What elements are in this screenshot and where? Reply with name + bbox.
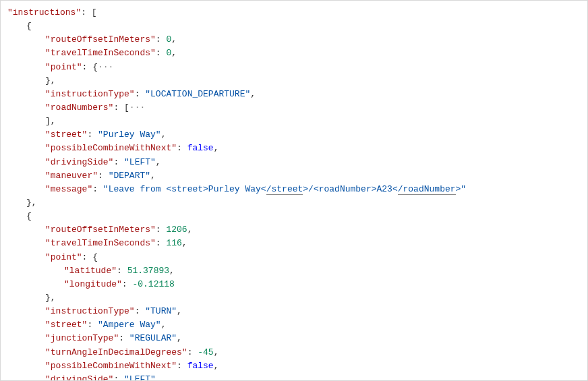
json-punct: }, (45, 293, 56, 303)
json-key: "drivingSide" (45, 374, 113, 381)
json-key: "maneuver" (45, 171, 98, 181)
json-punct: : { (82, 62, 98, 72)
json-string: "REGULAR" (129, 333, 177, 343)
json-key: "instructionType" (45, 89, 135, 99)
code-line: "instructionType": "TURN", (7, 305, 581, 318)
json-string: "Ampere Way" (98, 320, 161, 330)
json-punct: , (177, 306, 182, 316)
json-punct: : [ (81, 7, 96, 18)
json-punct: : { (82, 252, 98, 262)
code-line: "drivingSide": "LEFT", (7, 156, 581, 169)
code-line: "routeOffsetInMeters": 0, (7, 33, 581, 47)
json-key: "drivingSide" (45, 157, 113, 167)
json-punct: : (98, 171, 109, 181)
msg-part: "Leave from <street>Purley Way< (103, 184, 266, 194)
json-punct: }, (45, 76, 56, 86)
json-punct: }, (26, 198, 37, 208)
code-line: "street": "Purley Way", (7, 128, 581, 142)
json-punct: , (156, 374, 161, 381)
json-punct: : (135, 306, 146, 316)
json-number: -0.12118 (132, 279, 174, 289)
json-punct: : (87, 129, 98, 140)
json-key: "routeOffsetInMeters" (45, 225, 156, 235)
json-string: "LEFT" (124, 157, 156, 167)
json-punct: : (119, 333, 129, 343)
json-key: "routeOffsetInMeters" (45, 34, 156, 45)
json-string: "Leave from <street>Purley Way</street>/… (103, 184, 466, 195)
json-key: "possibleCombineWithNext" (45, 143, 177, 153)
json-punct: , (182, 238, 187, 248)
json-punct: : (135, 89, 146, 99)
json-punct: : (177, 361, 187, 371)
code-line: }, (7, 196, 581, 210)
json-key: "longitude" (64, 279, 122, 289)
msg-tag-close: /street (266, 184, 303, 195)
code-line: "message": "Leave from <street>Purley Wa… (7, 183, 581, 196)
json-punct: : (187, 347, 198, 357)
json-punct: ], (45, 116, 56, 126)
json-punct: , (161, 320, 167, 330)
msg-part: >" (456, 184, 467, 194)
json-punct: : (87, 320, 98, 330)
code-line: { (7, 210, 581, 223)
json-punct: : (92, 184, 103, 194)
json-punct: , (214, 143, 219, 153)
msg-tag-close: /roadNumber (398, 184, 456, 195)
code-line: { (7, 20, 581, 33)
json-punct: : (156, 34, 167, 45)
fold-ellipsis-icon[interactable]: ··· (129, 102, 145, 113)
code-line: }, (7, 291, 581, 305)
code-line: "turnAngleInDecimalDegrees": -45, (7, 346, 581, 359)
json-key: "message" (45, 184, 92, 194)
json-punct: , (171, 48, 177, 58)
code-line: "street": "Ampere Way", (7, 318, 581, 332)
json-bool: false (187, 361, 214, 371)
json-punct: : (113, 374, 124, 381)
json-number: -45 (198, 347, 213, 357)
json-punct: , (187, 225, 193, 235)
code-line: "longitude": -0.12118 (7, 278, 581, 291)
json-string: "Purley Way" (98, 129, 161, 140)
code-line: "maneuver": "DEPART", (7, 169, 581, 183)
json-key: "point" (45, 252, 82, 262)
json-string: "LOCATION_DEPARTURE" (145, 89, 250, 99)
code-line: "latitude": 51.37893, (7, 264, 581, 278)
json-string: "TURN" (145, 306, 177, 316)
json-punct: : (156, 225, 167, 235)
json-punct: : (113, 157, 124, 167)
json-key: "travelTimeInSeconds" (45, 48, 156, 58)
json-punct: , (214, 347, 219, 357)
code-line: "possibleCombineWithNext": false, (7, 359, 581, 373)
json-key: "possibleCombineWithNext" (45, 361, 177, 371)
json-key: "street" (45, 129, 87, 140)
json-bool: false (187, 143, 214, 153)
json-punct: : (122, 279, 133, 289)
json-punct: : (177, 143, 187, 153)
code-line: "instructions": [ (7, 6, 581, 20)
json-key: "travelTimeInSeconds" (45, 238, 156, 248)
msg-part: >/<roadNumber>A23< (303, 184, 397, 194)
json-punct: : (117, 266, 127, 276)
json-key: "point" (45, 62, 82, 72)
json-string: "LEFT" (124, 374, 156, 381)
json-punct: , (171, 34, 177, 45)
json-string: "DEPART" (109, 171, 150, 181)
code-line: ], (7, 115, 581, 128)
json-key: "instructions" (7, 7, 81, 18)
code-line: "junctionType": "REGULAR", (7, 332, 581, 345)
json-code-block: "instructions": [ { "routeOffsetInMeters… (0, 0, 588, 381)
code-line: "possibleCombineWithNext": false, (7, 142, 581, 155)
code-line: "routeOffsetInMeters": 1206, (7, 223, 581, 237)
code-line: "point": {··· (7, 61, 581, 74)
json-number: 116 (166, 238, 181, 248)
code-line: "travelTimeInSeconds": 0, (7, 47, 581, 60)
json-number: 1206 (166, 225, 187, 235)
fold-ellipsis-icon[interactable]: ··· (98, 62, 113, 72)
json-key: "junctionType" (45, 333, 119, 343)
json-key: "roadNumbers" (45, 102, 113, 113)
json-punct: : [ (113, 102, 129, 113)
code-line: "roadNumbers": [··· (7, 101, 581, 115)
json-punct: , (150, 171, 156, 181)
code-line: "point": { (7, 251, 581, 264)
json-punct: , (169, 266, 175, 276)
